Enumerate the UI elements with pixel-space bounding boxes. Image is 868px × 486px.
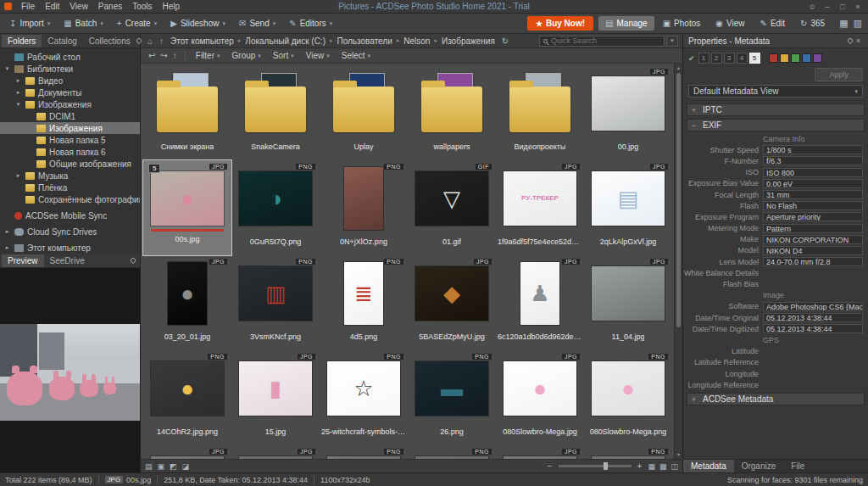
folder-item[interactable]: SnakeCamera [231, 65, 320, 160]
forward-icon[interactable]: ↪ [158, 51, 170, 60]
tree-item[interactable]: ▸Cloud Sync Drives [0, 226, 140, 237]
preview-toggle-icon[interactable]: ◫ [670, 462, 678, 471]
batch-button[interactable]: ▦Batch▾ [58, 16, 109, 31]
file-item[interactable]: ◑PNG0GuR5t7Q.png [231, 160, 320, 255]
filmstrip-icon[interactable]: ▦ [648, 462, 655, 471]
mode-photos-button[interactable]: ▣Photos [656, 16, 708, 31]
close-button[interactable]: × [851, 1, 865, 12]
activity-icon[interactable]: ▥ [851, 18, 865, 29]
color-label-4-button[interactable] [802, 53, 811, 63]
tree-item[interactable]: ▾Библиотеки [0, 63, 140, 75]
pin-icon[interactable] [846, 37, 853, 44]
refresh-icon[interactable]: ↻ [499, 36, 511, 46]
metadata-value[interactable]: Adobe Photoshop CS6 (Macintosh) [763, 302, 863, 311]
mode-manage-button[interactable]: ▤Manage [598, 16, 654, 31]
scroll-up-icon[interactable]: ▴ [675, 64, 682, 72]
file-item[interactable]: ▤JPG2qLkAlpGxVl.jpg [584, 160, 672, 255]
pin-icon[interactable] [130, 257, 136, 264]
file-item[interactable]: JPG [143, 445, 231, 459]
tree-item[interactable]: ▸Этот компьютер [0, 242, 140, 254]
rating-2-button[interactable]: 2 [711, 53, 722, 64]
scrollbar-thumb[interactable] [676, 73, 681, 327]
tab-folders[interactable]: Folders [2, 35, 42, 47]
send-button[interactable]: ✉Send▾ [233, 16, 281, 31]
search-options-button[interactable]: ▾ [666, 36, 678, 47]
folder-up-icon[interactable]: ▣ [158, 462, 165, 471]
folder-item[interactable]: Uplay [320, 65, 408, 160]
create-button[interactable]: +Create▾ [111, 16, 163, 31]
menu-panes[interactable]: Panes [93, 2, 127, 11]
breadcrumb-item[interactable]: Этот компьютер [168, 36, 236, 46]
thumbnails-icon[interactable]: ▩ [659, 462, 667, 471]
tab-organize[interactable]: Organize [734, 460, 784, 472]
mode-365-button[interactable]: ↻365 [793, 16, 832, 31]
metadata-value[interactable]: 31 mm [763, 190, 863, 199]
up-icon[interactable]: ↑ [157, 36, 166, 46]
file-item[interactable]: PNG [584, 445, 672, 459]
menu-help[interactable]: Help [158, 2, 186, 11]
file-item[interactable]: ◆JPG5BASEdZpMyU.jpg [408, 255, 496, 350]
file-item[interactable]: PNG0N+jXlOz.png [320, 160, 408, 255]
color-label-1-button[interactable] [769, 53, 778, 63]
close-icon[interactable]: × [856, 36, 860, 45]
back-icon[interactable]: ↩ [146, 51, 158, 60]
select-dropdown[interactable]: Select▾ [337, 50, 376, 61]
chevron-right-icon[interactable]: ▸ [3, 244, 11, 251]
sort-dropdown[interactable]: Sort▾ [268, 50, 299, 61]
file-item[interactable]: ▥PNG3VsmKNcf.png [231, 255, 320, 350]
tab-file[interactable]: File [783, 460, 812, 472]
tree-item[interactable]: Сохранённые фотографии [0, 193, 140, 205]
file-item[interactable]: ●PNG14COhR2.jpg.png [143, 350, 231, 445]
search-input[interactable] [551, 36, 660, 45]
file-item[interactable]: JPG [231, 445, 320, 459]
menu-file[interactable]: File [16, 2, 40, 11]
tree-item[interactable]: ▸Документы [0, 87, 140, 98]
metadata-value[interactable]: ISO 800 [763, 168, 863, 177]
file-item[interactable]: ☆PNG25-witchcraft-symbols-ever... [320, 350, 408, 445]
zoom-out-button[interactable]: − [546, 461, 554, 471]
buy-now-button[interactable]: ★ Buy Now! [527, 16, 593, 31]
rating-1-button[interactable]: 1 [698, 53, 709, 64]
iptc-section-header[interactable]: + IPTC [687, 103, 865, 116]
up-icon[interactable]: ↑ [170, 51, 180, 60]
slideshow-button[interactable]: ▶Slideshow▾ [164, 16, 231, 31]
menu-tools[interactable]: Tools [127, 2, 157, 11]
file-item[interactable]: ▽GIF01.gif [408, 160, 496, 255]
zoom-in-button[interactable]: + [636, 461, 644, 471]
folder-item[interactable]: wallpapers [408, 65, 496, 160]
tree-item[interactable]: Изображения [0, 122, 140, 134]
group-dropdown[interactable]: Group▾ [227, 50, 266, 61]
quick-search-box[interactable] [539, 36, 665, 47]
metadata-value[interactable]: No Flash [763, 201, 863, 210]
metadata-value[interactable]: f/6.3 [763, 156, 863, 165]
tree-item[interactable]: ACDSee Mobile Sync [0, 209, 140, 221]
external-editor-icon[interactable]: ◪ [182, 462, 190, 471]
metadata-value[interactable]: 0.00 eV [763, 179, 863, 188]
breadcrumb-item[interactable]: Локальный диск (C:) [242, 36, 328, 46]
color-label-5-button[interactable] [813, 53, 822, 63]
tree-item[interactable]: Общие изображения [0, 158, 140, 170]
file-item[interactable]: ≣PNG4d5.png [320, 255, 408, 350]
tag-icon[interactable]: ◩ [170, 462, 177, 471]
user-avatar-icon[interactable]: ☺ [805, 1, 819, 12]
color-label-2-button[interactable] [780, 53, 789, 63]
file-item[interactable]: PNG [320, 445, 408, 459]
file-item[interactable]: ▮JPG15.jpg [231, 350, 320, 445]
dashboard-icon[interactable]: ▦ [837, 18, 850, 29]
apply-button[interactable]: Apply [815, 68, 863, 81]
rating-5-button[interactable]: 5 [749, 53, 760, 64]
file-item[interactable]: ●JPG080Slowbro-Mega.jpg [496, 350, 584, 445]
metadata-value[interactable]: Aperture priority [763, 212, 863, 221]
metadata-value[interactable]: 05.12.2013 4:38:44 [763, 324, 863, 333]
folder-item[interactable]: Видеопроекты [496, 65, 584, 160]
preview-pane[interactable] [0, 268, 140, 472]
tree-item[interactable]: ▾Изображения [0, 98, 140, 110]
tab-collections[interactable]: Collections [83, 35, 136, 47]
tab-metadata[interactable]: Metadata [683, 460, 734, 472]
minimize-button[interactable]: – [821, 1, 834, 12]
mode-view-button[interactable]: ◉View [709, 16, 751, 31]
maximize-button[interactable]: □ [836, 1, 849, 12]
editors-button[interactable]: ✎Editors▾ [283, 16, 338, 31]
breadcrumb-item[interactable]: Изображения [439, 36, 498, 46]
export-icon[interactable]: ▤ [145, 462, 153, 471]
